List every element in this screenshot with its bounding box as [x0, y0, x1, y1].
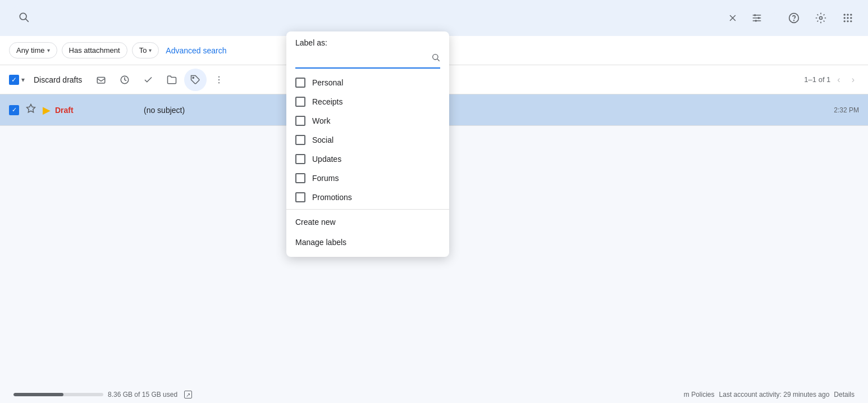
svg-point-19 — [844, 20, 846, 22]
svg-point-21 — [850, 20, 852, 22]
storage-text: 8.36 GB of 15 GB used — [108, 391, 177, 399]
svg-point-15 — [850, 14, 852, 16]
sender-name: Draft — [55, 106, 139, 115]
svg-point-24 — [193, 77, 194, 78]
mark-done-button[interactable] — [137, 69, 159, 91]
pagination-text: 1–1 of 1 — [804, 75, 830, 84]
label-item-social[interactable]: Social — [286, 130, 449, 150]
select-all-checkbox[interactable] — [9, 75, 19, 85]
search-sliders-button[interactable] — [747, 10, 767, 26]
manage-labels-action[interactable]: Manage labels — [286, 232, 449, 252]
toolbar-right: 1–1 of 1 ‹ › — [804, 73, 859, 87]
svg-point-17 — [847, 17, 848, 19]
search-box: in:draft — [9, 4, 776, 31]
label-name-social: Social — [312, 135, 334, 144]
email-subject: (no subject) — [144, 106, 829, 115]
label-item-personal[interactable]: Personal — [286, 73, 449, 92]
svg-rect-22 — [98, 77, 106, 83]
label-name-forums: Forums — [312, 174, 339, 183]
label-item-work[interactable]: Work — [286, 111, 449, 130]
email-time: 2:32 PM — [834, 106, 859, 114]
star-button[interactable] — [24, 101, 38, 119]
label-checkbox-social[interactable] — [295, 135, 305, 145]
svg-point-14 — [847, 14, 848, 16]
checkbox-dropdown-button[interactable]: ▾ — [20, 75, 26, 85]
more-options-button[interactable] — [208, 69, 230, 91]
label-item-promotions[interactable]: Promotions — [286, 188, 449, 207]
svg-point-27 — [218, 82, 220, 83]
svg-point-13 — [844, 14, 846, 16]
storage-external-link[interactable]: ↗ — [184, 391, 192, 399]
any-time-label: Any time — [16, 46, 45, 55]
svg-point-7 — [754, 14, 756, 16]
svg-point-9 — [755, 20, 757, 21]
details-link[interactable]: Details — [834, 391, 855, 399]
select-all-icon — [9, 75, 19, 85]
help-button[interactable] — [783, 7, 805, 29]
label-divider — [286, 209, 449, 210]
search-clear-button[interactable] — [725, 11, 740, 25]
prev-page-button[interactable]: ‹ — [833, 73, 844, 87]
move-to-button[interactable] — [161, 69, 183, 91]
has-attachment-label: Has attachment — [69, 46, 120, 55]
discard-drafts-button[interactable]: Discard drafts — [27, 72, 89, 88]
label-checkbox-promotions[interactable] — [295, 192, 305, 202]
footer-right: m Policies Last account activity: 29 min… — [684, 391, 855, 399]
snooze-button[interactable] — [113, 69, 136, 91]
to-label: To — [139, 46, 147, 55]
label-as-button[interactable] — [184, 69, 207, 91]
svg-point-11 — [794, 20, 794, 21]
search-input[interactable]: in:draft — [36, 13, 719, 23]
email-checkbox[interactable] — [9, 105, 19, 115]
svg-point-20 — [847, 20, 848, 22]
svg-point-16 — [844, 17, 846, 19]
activity-text: Last account activity: 29 minutes ago — [719, 391, 830, 399]
apps-button[interactable] — [837, 7, 859, 29]
search-icon — [18, 11, 29, 25]
search-bar-area: in:draft — [0, 0, 868, 36]
svg-marker-28 — [27, 105, 35, 112]
label-checkbox-receipts[interactable] — [295, 97, 305, 107]
to-arrow: ▾ — [149, 47, 152, 53]
label-name-personal: Personal — [312, 78, 343, 87]
to-filter[interactable]: To ▾ — [132, 42, 159, 58]
create-new-label-action[interactable]: Create new — [286, 212, 449, 232]
label-list: Personal Receipts Work Social Updates Fo… — [286, 73, 449, 207]
svg-point-29 — [433, 55, 438, 60]
label-checkbox-updates[interactable] — [295, 154, 305, 164]
has-attachment-filter[interactable]: Has attachment — [62, 42, 127, 58]
important-marker: ▶ — [43, 104, 51, 116]
label-search-input[interactable] — [295, 52, 431, 65]
svg-point-12 — [820, 17, 823, 20]
label-as-title: Label as: — [286, 38, 449, 52]
mark-as-read-button[interactable] — [90, 69, 112, 91]
settings-button[interactable] — [810, 7, 832, 29]
label-checkbox-forums[interactable] — [295, 173, 305, 183]
footer: 8.36 GB of 15 GB used ↗ m Policies Last … — [0, 386, 868, 403]
svg-point-18 — [850, 17, 852, 19]
svg-point-8 — [758, 17, 760, 19]
svg-point-25 — [218, 76, 220, 77]
label-checkbox-personal[interactable] — [295, 78, 305, 88]
top-right-icons — [783, 7, 859, 29]
label-dropdown: Label as: Personal Receipts Work Social … — [286, 31, 449, 257]
next-page-button[interactable]: › — [847, 73, 859, 87]
storage-section: 8.36 GB of 15 GB used ↗ — [13, 391, 192, 399]
svg-line-30 — [437, 59, 440, 61]
label-item-receipts[interactable]: Receipts — [286, 92, 449, 111]
label-name-work: Work — [312, 116, 330, 125]
any-time-arrow: ▾ — [47, 47, 50, 53]
label-name-promotions: Promotions — [312, 193, 352, 202]
pagination-nav: ‹ › — [833, 73, 859, 87]
any-time-filter[interactable]: Any time ▾ — [9, 42, 57, 58]
label-checkbox-work[interactable] — [295, 116, 305, 126]
storage-bar-background — [13, 393, 103, 396]
label-name-updates: Updates — [312, 155, 341, 164]
label-search-icon — [431, 53, 440, 64]
advanced-search-link[interactable]: Advanced search — [166, 46, 226, 55]
label-item-updates[interactable]: Updates — [286, 150, 449, 169]
label-item-forums[interactable]: Forums — [286, 169, 449, 188]
label-name-receipts: Receipts — [312, 97, 342, 106]
policies-text: m Policies — [684, 391, 715, 399]
label-search-row — [295, 52, 440, 69]
